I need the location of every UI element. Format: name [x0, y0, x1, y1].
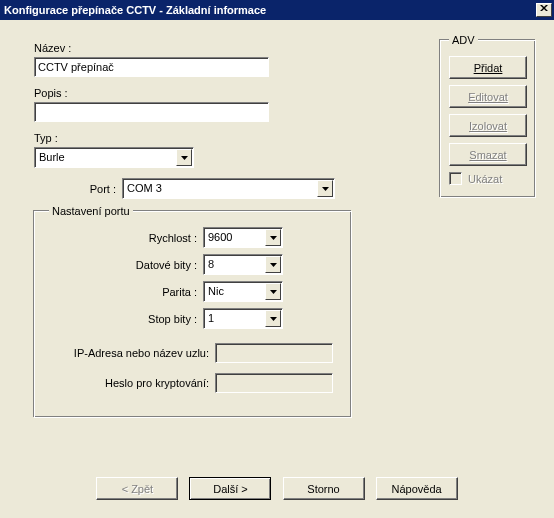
type-select[interactable]: Burle: [34, 147, 194, 168]
back-button: < Zpět: [96, 477, 178, 500]
titlebar: Konfigurace přepínače CCTV - Základní in…: [0, 0, 554, 20]
parity-label: Parita :: [49, 286, 197, 298]
databits-value: 8: [204, 255, 264, 274]
port-select[interactable]: COM 3: [122, 178, 335, 199]
parity-value: Nic: [204, 282, 264, 301]
adv-panel: ADV Přidat Editovat Izolovat Smazat Ukáz…: [440, 34, 536, 198]
type-select-value: Burle: [35, 148, 175, 167]
add-button[interactable]: Přidat: [449, 56, 527, 79]
type-label: Typ :: [34, 132, 414, 144]
chevron-down-icon: [176, 149, 192, 166]
parity-select[interactable]: Nic: [203, 281, 283, 302]
window-title: Konfigurace přepínače CCTV - Základní in…: [4, 4, 266, 16]
isolate-button[interactable]: Izolovat: [449, 114, 527, 137]
help-button[interactable]: Nápověda: [376, 477, 458, 500]
ip-label: IP-Adresa nebo název uzlu:: [49, 347, 209, 359]
name-label: Název :: [34, 42, 414, 54]
port-select-value: COM 3: [123, 179, 316, 198]
close-button[interactable]: [536, 3, 552, 17]
port-label: Port :: [62, 183, 116, 195]
speed-select[interactable]: 9600: [203, 227, 283, 248]
databits-label: Datové bity :: [49, 259, 197, 271]
stopbits-value: 1: [204, 309, 264, 328]
pass-label: Heslo pro kryptování:: [49, 377, 209, 389]
port-settings-group: Nastavení portu Rychlost : 9600 Datové b…: [34, 205, 352, 418]
stopbits-label: Stop bity :: [49, 313, 197, 325]
desc-label: Popis :: [34, 87, 414, 99]
main-form: Název : Popis : Typ : Burle Port : COM 3…: [34, 42, 414, 418]
name-input[interactable]: [34, 57, 269, 77]
edit-button[interactable]: Editovat: [449, 85, 527, 108]
adv-group: ADV Přidat Editovat Izolovat Smazat Ukáz…: [440, 34, 536, 198]
delete-button[interactable]: Smazat: [449, 143, 527, 166]
desc-input[interactable]: [34, 102, 269, 122]
databits-select[interactable]: 8: [203, 254, 283, 275]
cancel-button[interactable]: Storno: [283, 477, 365, 500]
speed-value: 9600: [204, 228, 264, 247]
chevron-down-icon: [317, 180, 333, 197]
port-settings-legend: Nastavení portu: [49, 205, 133, 217]
chevron-down-icon: [265, 256, 281, 273]
next-button[interactable]: Další >: [189, 477, 271, 500]
show-checkbox: [449, 172, 462, 185]
stopbits-select[interactable]: 1: [203, 308, 283, 329]
client-area: Název : Popis : Typ : Burle Port : COM 3…: [0, 20, 554, 518]
ip-field: [215, 343, 333, 363]
chevron-down-icon: [265, 283, 281, 300]
pass-field: [215, 373, 333, 393]
show-checkbox-label: Ukázat: [468, 173, 502, 185]
chevron-down-icon: [265, 229, 281, 246]
adv-legend: ADV: [449, 34, 478, 46]
bottom-buttons: < Zpět Další > Storno Nápověda: [0, 477, 554, 500]
show-checkbox-row: Ukázat: [449, 172, 527, 185]
chevron-down-icon: [265, 310, 281, 327]
speed-label: Rychlost :: [49, 232, 197, 244]
